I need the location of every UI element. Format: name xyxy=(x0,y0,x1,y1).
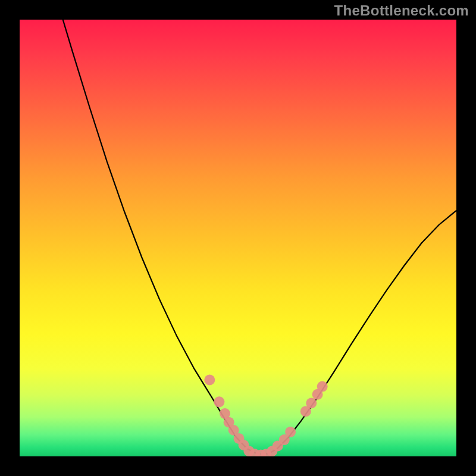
data-marker xyxy=(214,396,224,407)
bottleneck-curve xyxy=(63,20,456,454)
plot-area xyxy=(20,20,456,456)
data-marker xyxy=(317,381,328,392)
watermark-text: TheBottleneck.com xyxy=(334,2,469,19)
chart-frame: TheBottleneck.com xyxy=(0,0,476,476)
marker-layer xyxy=(204,375,327,457)
data-marker xyxy=(204,375,215,386)
data-marker xyxy=(306,398,317,409)
chart-svg xyxy=(20,20,456,456)
curve-layer xyxy=(63,20,456,454)
data-marker xyxy=(285,427,296,437)
